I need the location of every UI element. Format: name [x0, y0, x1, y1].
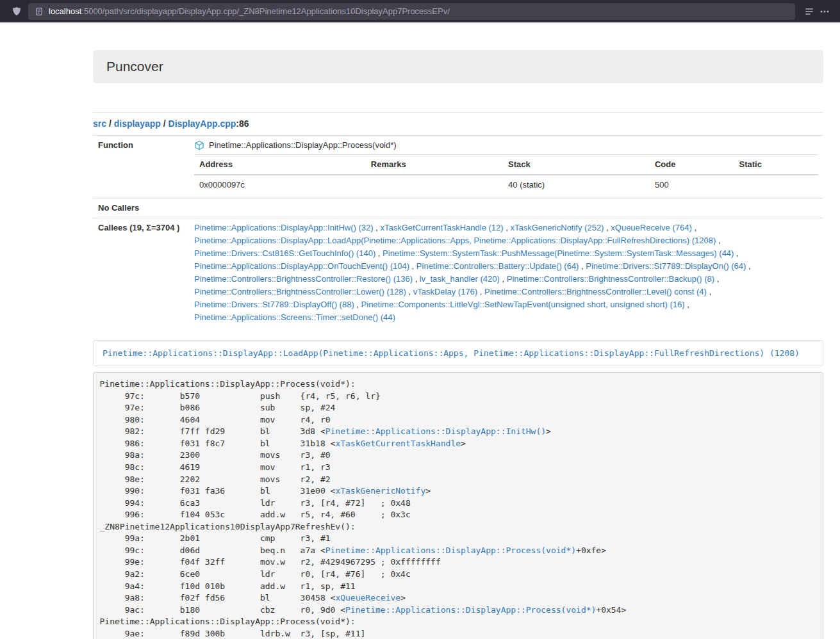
- no-callers-row: No Callers: [93, 198, 823, 218]
- callee-link[interactable]: vTaskDelay (176): [413, 287, 477, 296]
- selected-symbol-panel: Pinetime::Applications::DisplayApp::Load…: [93, 340, 823, 366]
- callee-separator: ,: [685, 300, 689, 309]
- callee-separator: ,: [716, 236, 720, 245]
- callee-separator: ,: [409, 261, 416, 271]
- code-symbol-link[interactable]: xTaskGetCurrentTaskHandle: [335, 439, 461, 448]
- code-symbol-link[interactable]: Pinetime::Applications::DisplayApp::Init…: [325, 426, 546, 436]
- code-symbol-link[interactable]: xTaskGenericNotify: [335, 486, 425, 496]
- callee-separator: ,: [406, 287, 413, 296]
- url-host: localhost: [49, 6, 81, 16]
- callee-link[interactable]: Pinetime::Drivers::St7789::DisplayOff() …: [194, 300, 354, 309]
- browser-toolbar: localhost:5000/path/src/displayapp/Displ…: [0, 0, 840, 22]
- details-header-row: Address Remarks Stack Code Static: [194, 155, 818, 175]
- code-symbol-link[interactable]: xQueueReceive: [335, 593, 400, 603]
- callees-list: Pinetime::Applications::DisplayApp::Init…: [189, 218, 823, 328]
- reader-mode-icon[interactable]: [802, 4, 817, 19]
- callee-link[interactable]: xTaskGetCurrentTaskHandle (12): [380, 223, 503, 232]
- callees-label: Callees (19, Σ=3704 ): [93, 218, 189, 328]
- page: localhost:5000/path/src/displayapp/Displ…: [0, 0, 840, 639]
- breadcrumb-link-src[interactable]: src: [93, 118, 106, 129]
- function-details-table: Address Remarks Stack Code Static 0x0000…: [194, 154, 818, 195]
- callee-separator: ,: [579, 261, 586, 271]
- callee-separator: ,: [746, 261, 750, 271]
- url-bar[interactable]: localhost:5000/path/src/displayapp/Displ…: [28, 3, 795, 20]
- callee-link[interactable]: xQueueReceive (764): [611, 223, 691, 232]
- callee-separator: ,: [477, 287, 484, 296]
- callee-link[interactable]: Pinetime::Controllers::Battery::Update()…: [416, 261, 579, 271]
- callers-cell: [189, 198, 823, 218]
- callee-link[interactable]: Pinetime::Applications::DisplayApp::Load…: [194, 236, 716, 245]
- function-cell: Pinetime::Applications::DisplayApp::Proc…: [189, 136, 823, 198]
- callee-link[interactable]: Pinetime::Applications::DisplayApp::Init…: [194, 223, 374, 232]
- function-row-label: Function: [93, 136, 189, 198]
- callee-separator: ,: [413, 274, 420, 284]
- remarks-value: [366, 175, 503, 195]
- column-static: Static: [734, 155, 818, 175]
- divider: [93, 112, 823, 113]
- callee-link[interactable]: Pinetime::Applications::Screens::Timer::…: [194, 312, 395, 322]
- callee-link[interactable]: Pinetime::System::SystemTask::PushMessag…: [383, 248, 734, 258]
- static-value: [734, 175, 818, 195]
- breadcrumb-link-file[interactable]: DisplayApp.cpp: [169, 118, 236, 129]
- page-info-icon[interactable]: [35, 7, 44, 16]
- selected-symbol-link[interactable]: Pinetime::Applications::DisplayApp::Load…: [103, 348, 800, 358]
- callee-link[interactable]: Pinetime::Controllers::BrightnessControl…: [507, 274, 714, 284]
- callee-link[interactable]: Pinetime::Controllers::BrightnessControl…: [194, 287, 406, 296]
- callee-separator: ,: [374, 223, 381, 232]
- function-icon: [194, 140, 204, 150]
- page-title: Puncover: [106, 59, 810, 74]
- tracking-protection-shield-icon[interactable]: [9, 4, 24, 19]
- callee-separator: ,: [504, 223, 511, 232]
- stack-value: 40 (static): [503, 175, 650, 195]
- callee-link[interactable]: Pinetime::Applications::DisplayApp::OnTo…: [194, 261, 409, 271]
- callee-link[interactable]: xTaskGenericNotify (252): [511, 223, 604, 232]
- breadcrumb-line-number: :86: [236, 118, 249, 129]
- content-area: Puncover src / displayapp / DisplayApp.c…: [93, 22, 823, 639]
- function-table: Function Pinetime:: [93, 135, 823, 327]
- callee-separator: ,: [375, 248, 383, 258]
- address-value: 0x0000097c: [194, 175, 366, 195]
- callee-separator: ,: [734, 248, 738, 258]
- code-symbol-link[interactable]: Pinetime::Applications::DisplayApp::Proc…: [325, 546, 576, 555]
- callees-row: Callees (19, Σ=3704 ) Pinetime::Applicat…: [93, 218, 823, 328]
- callee-separator: ,: [354, 300, 361, 309]
- breadcrumb-separator: /: [161, 118, 169, 129]
- callee-link[interactable]: Pinetime::Components::LittleVgl::SetNewT…: [361, 300, 685, 309]
- column-stack: Stack: [503, 155, 650, 175]
- callee-separator: ,: [604, 223, 611, 232]
- callee-separator: ,: [692, 223, 696, 232]
- callee-separator: ,: [500, 274, 507, 284]
- details-value-row: 0x0000097c 40 (static) 500: [194, 175, 818, 195]
- column-remarks: Remarks: [366, 155, 503, 175]
- callee-link[interactable]: Pinetime::Drivers::St7789::DisplayOn() (…: [586, 261, 746, 271]
- callee-link[interactable]: lv_task_handler (420): [420, 274, 500, 284]
- overflow-menu-icon[interactable]: [817, 4, 832, 19]
- function-name: Pinetime::Applications::DisplayApp::Proc…: [209, 139, 397, 152]
- disassembly-block: Pinetime::Applications::DisplayApp::Proc…: [93, 372, 823, 639]
- breadcrumb-link-displayapp[interactable]: displayapp: [114, 118, 161, 129]
- app-header: Puncover: [93, 50, 823, 83]
- callee-separator: ,: [707, 287, 711, 296]
- url-text: localhost:5000/path/src/displayapp/Displ…: [49, 6, 450, 16]
- callee-link[interactable]: Pinetime::Drivers::Cst816S::GetTouchInfo…: [194, 248, 375, 258]
- no-callers-label: No Callers: [93, 198, 189, 218]
- column-code: Code: [650, 155, 734, 175]
- code-symbol-link[interactable]: Pinetime::Applications::DisplayApp::Proc…: [345, 605, 596, 615]
- function-row: Function Pinetime:: [93, 136, 823, 198]
- breadcrumb: src / displayapp / DisplayApp.cpp:86: [93, 117, 823, 130]
- code-value: 500: [650, 175, 734, 195]
- callee-link[interactable]: Pinetime::Controllers::BrightnessControl…: [194, 274, 413, 284]
- breadcrumb-separator: /: [106, 118, 114, 129]
- callee-separator: ,: [714, 274, 719, 284]
- column-address: Address: [194, 155, 366, 175]
- callee-link[interactable]: Pinetime::Controllers::BrightnessControl…: [484, 287, 707, 296]
- url-path: :5000/path/src/displayapp/DisplayApp.cpp…: [81, 6, 450, 16]
